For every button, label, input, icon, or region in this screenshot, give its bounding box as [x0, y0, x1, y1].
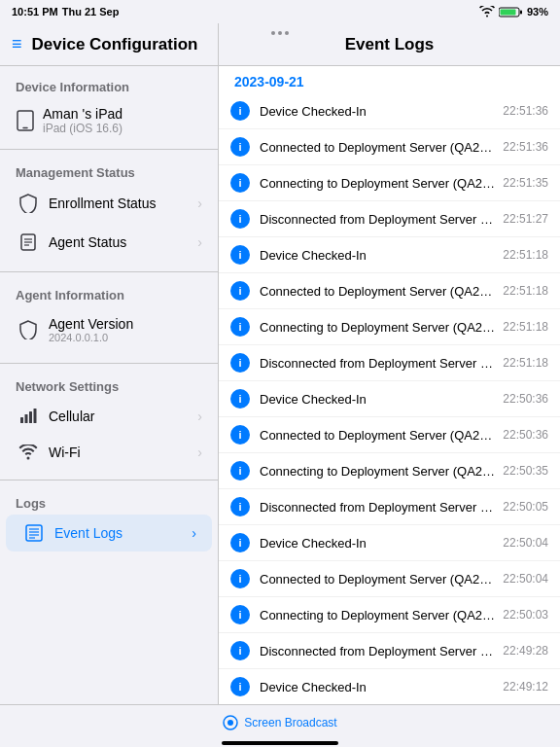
- event-date-header: 2023-09-21: [219, 66, 560, 93]
- event-item: i Device Checked-In 22:51:36: [219, 93, 560, 129]
- divider-3: [0, 363, 218, 364]
- agent-version-item: Agent Version 2024.0.0.1.0: [0, 306, 218, 353]
- event-message: Device Checked-In: [260, 248, 495, 263]
- event-info-icon: i: [230, 605, 250, 624]
- svg-rect-12: [34, 409, 37, 423]
- event-item: i Connected to Deployment Server (QA2022…: [219, 129, 560, 165]
- event-info-icon: i: [230, 245, 250, 265]
- event-time: 22:51:27: [503, 212, 548, 226]
- event-info-icon: i: [230, 569, 250, 588]
- tablet-icon: [16, 110, 35, 131]
- event-time: 22:50:35: [503, 464, 548, 478]
- svg-point-19: [228, 720, 233, 726]
- event-item: i Disconnected from Deployment Server (Q…: [219, 201, 560, 237]
- device-info: Aman 's iPad iPad (iOS 16.6): [0, 98, 218, 139]
- wifi-settings-icon: [16, 445, 41, 460]
- home-indicator: [222, 741, 338, 745]
- event-info-icon: i: [230, 137, 250, 157]
- wifi-item[interactable]: Wi-Fi ›: [0, 435, 218, 470]
- event-logs-sidebar-label: Event Logs: [54, 525, 192, 541]
- event-time: 22:51:18: [503, 284, 548, 298]
- event-info-icon: i: [230, 461, 250, 480]
- event-item: i Device Checked-In 22:50:36: [219, 381, 560, 417]
- event-item: i Device Checked-In 22:51:18: [219, 237, 560, 273]
- event-time: 22:49:12: [503, 680, 548, 694]
- battery-percent: 93%: [527, 6, 548, 18]
- event-time: 22:51:18: [503, 356, 548, 370]
- cellular-label: Cellular: [49, 409, 197, 424]
- agent-version-value: 2024.0.0.1.0: [49, 332, 133, 343]
- event-item: i Connecting to Deployment Server (QA202…: [219, 597, 560, 633]
- event-item: i Disconnected from Deployment Server (Q…: [219, 633, 560, 669]
- agent-info-title: Agent Information: [0, 282, 218, 306]
- cellular-icon: [16, 408, 41, 425]
- event-message: Device Checked-In: [260, 104, 495, 119]
- bottom-bar: Screen Broadcast: [0, 704, 560, 739]
- sidebar: Device Information Aman 's iPad iPad (iO…: [0, 66, 219, 704]
- divider-2: [0, 271, 218, 272]
- agent-status-label: Agent Status: [49, 234, 197, 250]
- device-info-section: Device Information Aman 's iPad iPad (iO…: [0, 66, 218, 147]
- event-info-icon: i: [230, 677, 250, 696]
- event-time: 22:51:35: [503, 176, 548, 190]
- event-logs-chevron: ›: [192, 525, 196, 541]
- divider-4: [0, 480, 218, 480]
- event-logs-icon: [21, 524, 47, 542]
- event-message: Connected to Deployment Server (QA2022-.…: [260, 140, 495, 155]
- enrollment-chevron: ›: [197, 196, 202, 211]
- event-list: i Device Checked-In 22:51:36 i Connected…: [219, 93, 560, 704]
- event-message: Connecting to Deployment Server (QA2022.…: [260, 320, 495, 335]
- event-time: 22:50:04: [503, 536, 548, 550]
- event-info-icon: i: [230, 425, 250, 445]
- header-right: Event Logs: [219, 23, 560, 65]
- event-message: Device Checked-In: [260, 536, 495, 551]
- event-message: Disconnected from Deployment Server (QA.…: [260, 212, 495, 227]
- svg-rect-2: [500, 9, 515, 15]
- network-settings-section: Network Settings Cellular ›: [0, 366, 218, 478]
- header-left: ≡ Device Configuration: [0, 23, 219, 65]
- wifi-icon: [479, 6, 495, 18]
- device-info-section-title: Device Information: [0, 74, 218, 98]
- event-info-icon: i: [230, 173, 250, 193]
- wifi-label: Wi-Fi: [49, 445, 197, 460]
- event-message: Disconnected from Deployment Server (QA.…: [260, 500, 495, 515]
- status-bar: 10:51 PM Thu 21 Sep 93%: [0, 0, 560, 23]
- event-item: i Connected to Deployment Server (QA2022…: [219, 417, 560, 453]
- event-info-icon: i: [230, 317, 250, 337]
- event-time: 22:51:36: [503, 140, 548, 154]
- event-info-icon: i: [230, 533, 250, 552]
- svg-rect-9: [20, 417, 23, 423]
- event-time: 22:50:36: [503, 428, 548, 442]
- event-message: Disconnected from Deployment Server (QA.…: [260, 644, 495, 658]
- event-info-icon: i: [230, 101, 250, 121]
- agent-status-item[interactable]: Agent Status ›: [0, 223, 218, 262]
- event-panel: 2023-09-21 i Device Checked-In 22:51:36 …: [219, 66, 560, 704]
- enrollment-status-label: Enrollment Status: [49, 196, 197, 211]
- event-item: i Device Checked-In 22:50:04: [219, 525, 560, 561]
- cellular-chevron: ›: [197, 409, 202, 424]
- event-logs-item[interactable]: Event Logs ›: [6, 515, 212, 551]
- event-item: i Connected to Deployment Server (QA2022…: [219, 561, 560, 597]
- enrollment-status-item[interactable]: Enrollment Status ›: [0, 184, 218, 223]
- status-bar-left: 10:51 PM Thu 21 Sep: [12, 6, 119, 18]
- status-bar-right: 93%: [479, 6, 548, 18]
- screen-broadcast-icon: [223, 715, 238, 730]
- event-time: 22:51:36: [503, 104, 548, 118]
- management-status-section: Management Status Enrollment Status ›: [0, 152, 218, 269]
- event-message: Connected to Deployment Server (QA2022-.…: [260, 572, 495, 587]
- shield-icon: [16, 194, 41, 213]
- event-item: i Connecting to Deployment Server (QA202…: [219, 453, 560, 489]
- event-item: i Connecting to Deployment Server (QA202…: [219, 309, 560, 345]
- event-time: 22:50:04: [503, 572, 548, 586]
- cellular-item[interactable]: Cellular ›: [0, 398, 218, 435]
- network-section-title: Network Settings: [0, 374, 218, 398]
- event-info-icon: i: [230, 641, 250, 660]
- menu-icon[interactable]: ≡: [12, 34, 22, 54]
- event-info-icon: i: [230, 281, 250, 301]
- event-message: Device Checked-In: [260, 680, 495, 694]
- event-message: Connecting to Deployment Server (QA2022.…: [260, 608, 495, 622]
- event-logs-title: Event Logs: [345, 35, 435, 54]
- event-time: 22:49:28: [503, 644, 548, 658]
- event-time: 22:50:05: [503, 500, 548, 514]
- svg-rect-1: [520, 10, 522, 14]
